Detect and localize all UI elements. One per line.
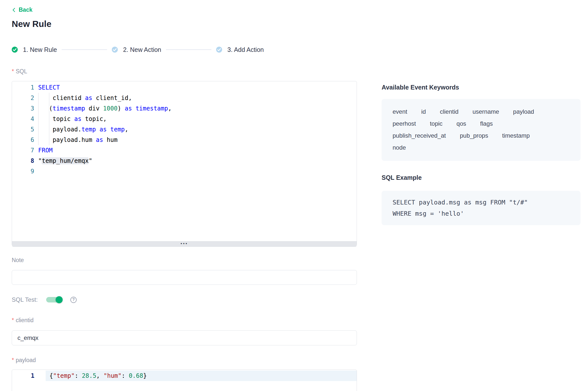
event-keyword: pub_props	[460, 132, 488, 139]
step-indicator: 1. New Rule2. New Action3. Add Action	[12, 46, 264, 53]
line-code: payload.hum as hum	[38, 136, 118, 143]
line-code: FROM	[38, 147, 53, 154]
line-number: 1	[12, 84, 38, 91]
sql-editor[interactable]: 1SELECT2 clientid as client_id,3 (timest…	[12, 81, 357, 246]
step-check-icon	[216, 47, 222, 53]
toggle-knob	[56, 296, 63, 303]
event-keyword: timestamp	[502, 132, 530, 139]
sql-example-line: WHERE msg = 'hello'	[393, 208, 570, 219]
sql-example-box: SELECT payload.msg as msg FROM "t/#"WHER…	[382, 191, 581, 225]
line-number: 1	[12, 372, 46, 379]
sql-example-line: SELECT payload.msg as msg FROM "t/#"	[393, 197, 570, 208]
keyword-row: node	[393, 142, 570, 154]
event-keyword: topic	[430, 120, 442, 127]
line-code: "temp_hum/emqx"	[38, 157, 92, 164]
indent-guide	[49, 93, 49, 145]
code-line: 8"temp_hum/emqx"	[12, 156, 357, 166]
required-asterisk: *	[12, 357, 14, 363]
event-keyword: clientid	[440, 108, 458, 115]
back-label: Back	[19, 6, 32, 13]
event-keyword: qos	[456, 120, 466, 127]
line-code: topic as topic,	[38, 115, 107, 122]
line-code: SELECT	[38, 84, 60, 91]
indent-guide	[38, 93, 39, 145]
line-number: 9	[12, 168, 38, 175]
line-number: 5	[12, 126, 38, 133]
step-label: 1. New Rule	[23, 46, 57, 53]
resize-dots-icon: •••	[181, 241, 188, 246]
event-keyword: event	[393, 108, 407, 115]
required-asterisk: *	[12, 317, 14, 323]
event-keyword: flags	[480, 120, 493, 127]
code-line: 3 (timestamp div 1000) as timestamp,	[12, 103, 357, 114]
code-line: 2 clientid as client_id,	[12, 93, 357, 103]
sql-editor-resize-handle[interactable]: •••	[12, 241, 357, 247]
note-input[interactable]	[12, 270, 357, 285]
step-item[interactable]: 1. New Rule	[12, 46, 57, 53]
step-label: 2. New Action	[123, 46, 161, 53]
code-line: 1{"temp": 28.5, "hum": 0.68}	[12, 371, 357, 381]
payload-editor-code-area[interactable]: 1{"temp": 28.5, "hum": 0.68}	[12, 370, 357, 381]
event-keywords-box: eventidclientidusernamepayloadpeerhostto…	[382, 99, 581, 161]
sql-field-label: *SQL	[12, 68, 27, 75]
line-number: 2	[12, 95, 38, 101]
keyword-row: eventidclientidusernamepayload	[393, 106, 570, 118]
event-keyword: node	[393, 144, 406, 151]
note-field-label: Note	[12, 257, 24, 264]
code-line: 9	[12, 166, 357, 177]
help-icon[interactable]: ?	[70, 297, 77, 303]
line-code: clientid as client_id,	[38, 95, 132, 101]
line-number: 4	[12, 115, 38, 122]
line-number: 6	[12, 136, 38, 143]
page-title: New Rule	[12, 19, 51, 29]
step-label: 3. Add Action	[227, 46, 264, 53]
step-connector	[166, 49, 211, 50]
sql-editor-code-area[interactable]: 1SELECT2 clientid as client_id,3 (timest…	[12, 81, 357, 241]
line-number: 8	[12, 157, 38, 164]
required-asterisk: *	[12, 68, 14, 75]
step-check-icon	[12, 47, 18, 53]
code-line: 5 payload.temp as temp,	[12, 124, 357, 135]
code-line: 4 topic as topic,	[12, 114, 357, 124]
keywords-panel-title: Available Event Keywords	[382, 84, 459, 91]
payload-field-label: *payload	[12, 357, 36, 364]
line-code: (timestamp div 1000) as timestamp,	[38, 105, 172, 112]
event-keyword: username	[472, 108, 499, 115]
step-item[interactable]: 2. New Action	[112, 46, 161, 53]
sql-test-label: SQL Test:	[12, 296, 38, 303]
chevron-left-icon	[12, 7, 16, 13]
line-number: 7	[12, 147, 38, 154]
event-keyword: peerhost	[393, 120, 416, 127]
back-link[interactable]: Back	[12, 6, 32, 13]
line-code: {"temp": 28.5, "hum": 0.68}	[46, 372, 147, 379]
keyword-row: peerhosttopicqosflags	[393, 118, 570, 130]
payload-editor[interactable]: 1{"temp": 28.5, "hum": 0.68}	[12, 370, 357, 391]
event-keyword: id	[421, 108, 426, 115]
step-check-icon	[112, 47, 118, 53]
sql-example-title: SQL Example	[382, 174, 422, 181]
clientid-input[interactable]	[12, 330, 357, 345]
sql-test-toggle[interactable]	[46, 297, 62, 302]
line-number: 3	[12, 105, 38, 112]
event-keyword: publish_received_at	[393, 132, 446, 139]
step-item[interactable]: 3. Add Action	[216, 46, 264, 53]
line-code: payload.temp as temp,	[38, 126, 128, 133]
code-line: 1SELECT	[12, 82, 357, 93]
code-line: 7FROM	[12, 145, 357, 156]
step-connector	[62, 49, 107, 50]
event-keyword: payload	[513, 108, 534, 115]
clientid-field-label: *clientid	[12, 317, 34, 324]
keyword-row: publish_received_atpub_propstimestamp	[393, 130, 570, 142]
code-line: 6 payload.hum as hum	[12, 135, 357, 145]
